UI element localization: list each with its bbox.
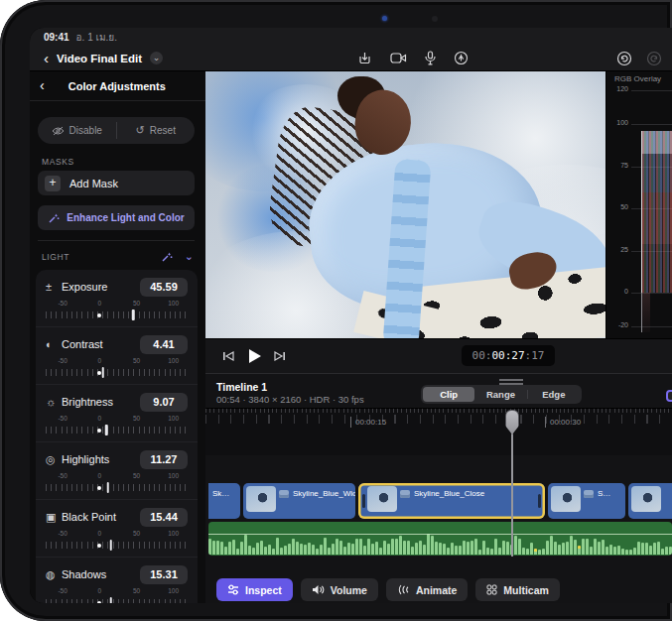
slider-scale: -500 50100 [46,357,188,367]
slider-thumb[interactable] [132,310,135,320]
rgb-overlay-scope: RGB Overlay 120 100 75 50 25 0 -20 [605,71,672,338]
audio-waveform-bar [260,541,263,555]
video-preview[interactable] [205,71,605,338]
slider-origin-dot [97,601,101,604]
front-camera-dot [382,16,387,21]
audio-waveform-bar [482,541,485,555]
audio-waveform-bar [574,540,577,555]
mode-edge[interactable]: Edge [528,387,580,402]
exposure-icon: ± [46,281,62,293]
slider-value[interactable]: 15.31 [140,565,188,584]
slider-track[interactable] [46,482,188,493]
slider-track[interactable] [46,367,188,378]
slider-value[interactable]: 11.27 [140,450,188,469]
audio-waveform-bar [387,544,390,555]
slider-track[interactable] [46,540,188,551]
audio-waveform-bar [232,540,235,555]
audio-waveform-bar [359,539,362,555]
clip-skyline-partial[interactable]: Sk… [208,483,240,519]
animate-label: Animate [416,584,457,596]
magic-wand-icon[interactable] [161,251,173,263]
project-title[interactable]: Video Final Edit [57,53,142,64]
chevron-down-icon[interactable]: ⌄ [185,250,194,263]
playhead-handle[interactable] [505,410,519,435]
light-section-header[interactable]: LIGHT ⌄ [42,250,194,263]
timeline-info: 00:54 · 3840 × 2160 · HDR · 30 fps [216,394,364,405]
slider-thumb[interactable] [110,540,113,551]
slider-thumb[interactable] [109,597,112,603]
slider-track[interactable] [46,597,188,603]
multicam-icon [486,584,497,595]
mode-range[interactable]: Range [474,387,526,402]
slider-value[interactable]: 9.07 [140,393,188,412]
scope-title: RGB Overlay [614,74,661,83]
timecode-display[interactable]: 00:00:27:17 [462,345,555,366]
video-track: Sk… Skyline_Blue_Wide Skyline_Blue_Close… [205,483,672,519]
redo-icon [646,51,662,66]
playhead[interactable] [504,410,520,557]
audio-waveform-bar [617,546,620,555]
multicam-button[interactable]: Multicam [475,578,560,601]
chevron-down-icon[interactable]: ⌄ [150,52,163,64]
audio-waveform-bar [538,550,541,555]
slider-thumb[interactable] [101,367,104,378]
audio-waveform-bar [320,545,323,555]
slider-exposure: ± Exposure 45.59 -500 50100 [36,270,198,327]
mic-icon[interactable] [425,51,436,65]
animate-button[interactable]: Animate [386,578,468,601]
mode-clip[interactable]: Clip [423,387,474,402]
slider-label: Brightness [62,396,140,408]
slider-thumb[interactable] [106,482,109,493]
audio-waveform-bar [407,541,410,555]
audio-waveform-bar [586,539,589,556]
audio-waveform-bar [304,545,307,555]
audio-waveform-bar [621,549,624,555]
trim-handle-left[interactable] [362,494,365,508]
previous-frame-button[interactable] [215,351,241,361]
clip-thumbnail [631,486,661,512]
slider-value[interactable]: 4.41 [140,335,188,354]
clip-appearance-button[interactable] [666,390,672,402]
light-section-label: LIGHT [42,252,161,262]
timeline-ruler[interactable]: 00:00:15 00:00:30 [205,408,672,455]
audio-waveform-bar [578,546,581,555]
audio-waveform-bar [403,541,406,555]
back-icon[interactable]: ‹ [44,51,49,65]
clip-skyline-truncated[interactable]: S… [548,483,625,519]
next-frame-button[interactable] [267,351,293,361]
panel-title: Color Adjustments [53,80,205,92]
reset-icon: ↺ [136,124,145,137]
trim-handle-right[interactable] [538,494,541,508]
audio-waveform-bar [649,546,652,555]
slider-track[interactable] [46,425,188,435]
slider-thumb[interactable] [105,425,108,435]
transport-bar: 00:00:27:17 [205,338,672,373]
slider-track[interactable] [46,310,188,320]
enhance-light-color-button[interactable]: Enhance Light and Color [38,205,195,230]
back-icon[interactable]: ‹ [30,77,53,95]
audio-track[interactable] [208,522,672,556]
slider-origin-dot [97,429,101,433]
timeline-title: Timeline 1 [216,381,267,393]
camera-icon[interactable] [390,52,407,64]
add-mask-button[interactable]: + Add Mask [38,171,195,195]
audio-waveform-bar [625,550,628,555]
clip-skyline-blue-wide[interactable]: Skyline_Blue_Wide [243,483,355,519]
clip-edge-partial[interactable] [628,483,672,519]
audio-waveform-bar [478,550,481,555]
play-button[interactable] [241,349,267,363]
reset-button[interactable]: ↺ Reset [117,117,196,144]
panel-header: ‹ Color Adjustments [30,71,205,101]
undo-icon[interactable] [616,51,632,66]
slider-value[interactable]: 15.44 [140,508,188,527]
annotate-icon[interactable] [454,51,469,65]
slider-scale: -500 50100 [46,472,188,482]
audio-waveform-bar [236,549,239,556]
import-icon[interactable] [357,51,372,65]
audio-waveform-bar [498,548,501,555]
inspect-button[interactable]: Inspect [216,578,293,601]
audio-waveform-bar [339,541,342,555]
disable-button[interactable]: Disable [38,117,116,144]
volume-button[interactable]: Volume [301,578,378,601]
slider-value[interactable]: 45.59 [140,278,188,297]
